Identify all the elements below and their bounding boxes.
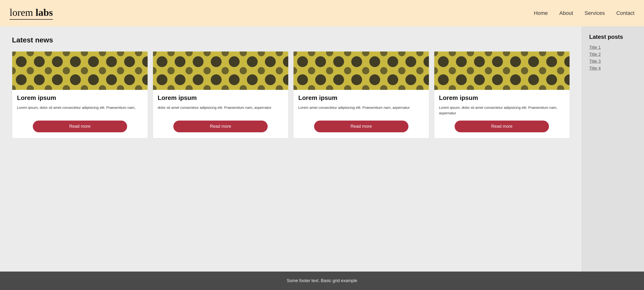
card-2-title: Lorem ipsum [158,94,284,102]
sidebar-link-4[interactable]: Title 4 [589,66,601,71]
card-2: Lorem ipsum dolor sit amet consectetur a… [153,51,289,138]
nav-services[interactable]: Services [585,10,605,16]
card-1-body: Lorem ipsum Lorem ipsum, dolor sit amet … [12,90,148,138]
footer-text: Some footer text. Basic grid example [287,278,357,283]
main-wrapper: Latest news [0,26,644,271]
sidebar-link-item-3: Title 3 [589,59,637,64]
card-1-read-more[interactable]: Read more [33,121,127,132]
svg-rect-6 [12,52,148,90]
content-area: Latest news [0,26,582,271]
cards-grid: Lorem ipsum Lorem ipsum, dolor sit amet … [12,51,570,138]
card-1-image [12,52,148,90]
section-title: Latest news [12,36,570,44]
logo-regular: lorem [10,7,36,18]
sidebar-link-item-4: Title 4 [589,66,637,71]
site-logo: lorem labs [10,7,53,20]
sidebar-link-item-1: Title 1 [589,45,637,50]
main-nav: Home About Services Contact [534,10,634,16]
card-4-text: Lorem ipsum, dolor sit amet consectetur … [439,105,565,116]
card-1-title: Lorem ipsum [17,94,143,102]
card-4-body: Lorem ipsum Lorem ipsum, dolor sit amet … [434,90,570,138]
sidebar-link-1[interactable]: Title 1 [589,45,601,50]
card-4-image [434,52,570,90]
site-footer: Some footer text. Basic grid example [0,271,644,290]
sidebar-links: Title 1 Title 2 Title 3 Title 4 [589,45,637,71]
site-header: lorem labs Home About Services Contact [0,0,644,26]
card-4: Lorem ipsum Lorem ipsum, dolor sit amet … [434,51,570,138]
sidebar-link-2[interactable]: Title 2 [589,52,601,57]
card-3-body: Lorem ipsum Lorem amet consectetur adipi… [294,90,429,138]
logo-bold: labs [36,7,53,18]
card-4-title: Lorem ipsum [439,94,565,102]
card-3: Lorem ipsum Lorem amet consectetur adipi… [293,51,429,138]
card-3-read-more[interactable]: Read more [314,121,408,132]
card-3-text: Lorem amet consectetur adipisicing elit.… [298,105,424,116]
card-2-read-more[interactable]: Read more [173,121,268,132]
sidebar-title: Latest posts [589,34,637,40]
svg-rect-27 [434,52,570,90]
card-2-text: dolor sit amet consectetur adipisicing e… [158,105,284,116]
card-4-read-more[interactable]: Read more [455,121,549,132]
nav-home[interactable]: Home [534,10,548,16]
nav-contact[interactable]: Contact [616,10,634,16]
sidebar-link-item-2: Title 2 [589,52,637,57]
card-3-title: Lorem ipsum [298,94,424,102]
svg-rect-20 [294,52,429,90]
sidebar: Latest posts Title 1 Title 2 Title 3 Tit… [582,26,644,271]
card-2-body: Lorem ipsum dolor sit amet consectetur a… [153,90,288,138]
svg-rect-13 [153,52,288,90]
card-1: Lorem ipsum Lorem ipsum, dolor sit amet … [12,51,148,138]
card-3-image [294,52,429,90]
card-1-text: Lorem ipsum, dolor sit amet consectetur … [17,105,143,116]
card-2-image [153,52,288,90]
nav-about[interactable]: About [559,10,573,16]
sidebar-link-3[interactable]: Title 3 [589,59,601,64]
